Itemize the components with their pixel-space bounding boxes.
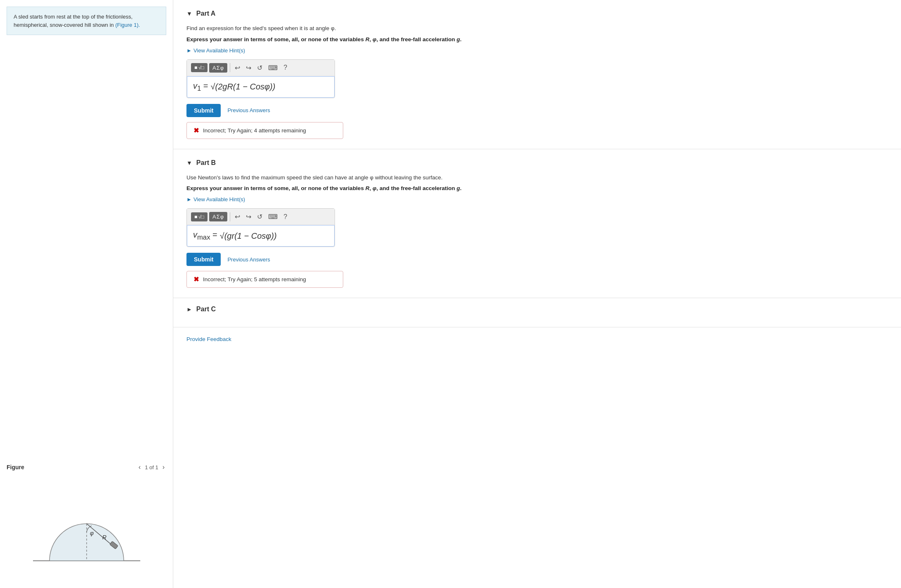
part-a-math-expr: √(2gR(1 − Cosφ)): [211, 82, 276, 92]
part-b-label: Part B: [196, 159, 216, 167]
figure-page-indicator: 1 of 1: [145, 464, 158, 470]
part-a-math-container: ■ √□ ΑΣφ ↩ ↪ ↺ ⌨ ? v1 = √(2gR(1 − Cosφ)): [186, 59, 335, 98]
part-b-prev-answers-link[interactable]: Previous Answers: [227, 256, 270, 263]
figure-title: Figure: [7, 464, 24, 470]
part-b-math-expr: √(gr(1 − Cosφ)): [220, 231, 277, 241]
problem-statement: A sled starts from rest at the top of th…: [7, 7, 166, 35]
template-icon: ■: [194, 65, 197, 71]
figure-header: Figure ‹ 1 of 1 ›: [7, 463, 166, 471]
figure-canvas: φ R: [7, 474, 166, 581]
part-b-submit-row: Submit Previous Answers: [186, 253, 888, 266]
part-a-error-icon: ✖: [193, 127, 199, 134]
part-c-label: Part C: [196, 306, 216, 313]
part-b-section: ▼ Part B Use Newton's laws to find the m…: [173, 149, 901, 299]
part-b-toolbar-separator: [230, 212, 230, 221]
part-a-submit-button[interactable]: Submit: [186, 104, 221, 117]
part-c-header: ► Part C: [186, 306, 888, 313]
hints-arrow-icon: ►: [186, 47, 192, 54]
provide-feedback-link[interactable]: Provide Feedback: [186, 336, 231, 342]
part-a-undo-button[interactable]: ↩: [233, 63, 242, 73]
part-b-question: Use Newton's laws to find the maximum sp…: [186, 173, 888, 182]
part-a-error-text: Incorrect; Try Again; 4 attempts remaini…: [203, 127, 306, 134]
part-b-help-button[interactable]: ?: [281, 212, 289, 221]
part-a-error-box: ✖ Incorrect; Try Again; 4 attempts remai…: [186, 122, 343, 139]
figure-prev-button[interactable]: ‹: [137, 463, 142, 471]
part-b-hints-label: View Available Hint(s): [193, 196, 245, 202]
part-a-help-button[interactable]: ?: [281, 63, 289, 72]
part-a-submit-row: Submit Previous Answers: [186, 104, 888, 117]
part-a-hints-link[interactable]: ► View Available Hint(s): [186, 47, 888, 54]
part-a-collapse-arrow[interactable]: ▼: [186, 10, 192, 17]
part-b-toolbar: ■ √□ ΑΣφ ↩ ↪ ↺ ⌨ ?: [187, 209, 335, 225]
provide-feedback-section: Provide Feedback: [173, 327, 901, 350]
part-b-submit-button[interactable]: Submit: [186, 253, 221, 266]
part-b-math-field[interactable]: vmax = √(gr(1 − Cosφ)): [187, 225, 335, 247]
part-a-redo-button[interactable]: ↪: [244, 63, 253, 73]
part-a-prev-answers-link[interactable]: Previous Answers: [227, 107, 270, 113]
part-c-collapse-arrow[interactable]: ►: [186, 306, 192, 313]
part-b-collapse-arrow[interactable]: ▼: [186, 160, 192, 166]
part-b-reset-button[interactable]: ↺: [255, 212, 264, 221]
part-b-hints-arrow-icon: ►: [186, 196, 192, 202]
svg-text:φ: φ: [90, 530, 94, 536]
figure-section: Figure ‹ 1 of 1 ›: [0, 457, 173, 588]
part-a-header: ▼ Part A: [186, 10, 888, 17]
part-a-symbol-button[interactable]: ΑΣφ: [209, 63, 227, 73]
part-a-express: Express your answer in terms of some, al…: [186, 36, 888, 42]
part-b-template-button[interactable]: ■ √□: [191, 212, 208, 221]
figure-navigation: ‹ 1 of 1 ›: [137, 463, 166, 471]
part-a-section: ▼ Part A Find an expression for the sled…: [173, 0, 901, 149]
figure-link[interactable]: (Figure 1).: [115, 22, 140, 28]
figure-next-button[interactable]: ›: [161, 463, 166, 471]
part-b-header: ▼ Part B: [186, 159, 888, 167]
left-panel: A sled starts from rest at the top of th…: [0, 0, 173, 588]
hill-figure-svg: φ R: [29, 478, 144, 577]
part-b-express: Express your answer in terms of some, al…: [186, 185, 888, 191]
part-b-error-text: Incorrect; Try Again; 5 attempts remaini…: [203, 276, 306, 282]
part-b-undo-button[interactable]: ↩: [233, 212, 242, 221]
toolbar-separator-1: [230, 63, 230, 72]
part-b-template-icon: ■: [194, 214, 197, 220]
part-b-symbol-button[interactable]: ΑΣφ: [209, 212, 227, 221]
part-b-error-box: ✖ Incorrect; Try Again; 5 attempts remai…: [186, 271, 343, 288]
part-a-template-button[interactable]: ■ √□: [191, 63, 208, 72]
part-b-error-icon: ✖: [193, 275, 199, 283]
part-a-reset-button[interactable]: ↺: [255, 63, 264, 73]
part-a-label: Part A: [196, 10, 216, 17]
part-a-math-lhs: v1 =: [193, 81, 208, 93]
part-a-math-field[interactable]: v1 = √(2gR(1 − Cosφ)): [187, 76, 335, 98]
part-a-keyboard-button[interactable]: ⌨: [266, 63, 280, 73]
right-panel: ▼ Part A Find an expression for the sled…: [173, 0, 901, 588]
part-b-math-container: ■ √□ ΑΣφ ↩ ↪ ↺ ⌨ ? vmax = √(gr(1 − Cosφ)…: [186, 208, 335, 247]
part-a-question: Find an expression for the sled's speed …: [186, 24, 888, 33]
part-b-keyboard-button[interactable]: ⌨: [266, 212, 280, 221]
part-c-section: ► Part C: [173, 298, 901, 327]
svg-text:R: R: [102, 534, 106, 541]
part-b-hints-link[interactable]: ► View Available Hint(s): [186, 196, 888, 202]
part-b-redo-button[interactable]: ↪: [244, 212, 253, 221]
part-b-math-lhs: vmax =: [193, 230, 217, 242]
part-a-toolbar: ■ √□ ΑΣφ ↩ ↪ ↺ ⌨ ?: [187, 60, 335, 76]
part-a-hints-label: View Available Hint(s): [193, 47, 245, 54]
